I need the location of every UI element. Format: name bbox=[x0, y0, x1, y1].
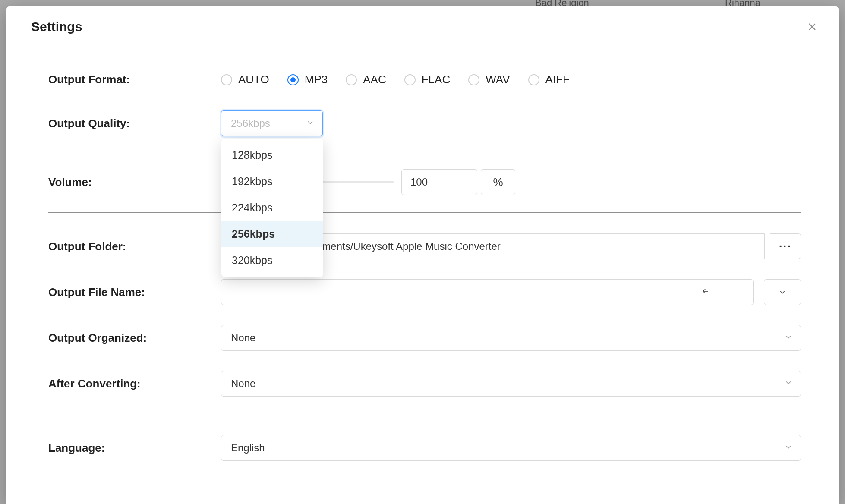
row-output-folder: Output Folder: cuments/Ukeysoft Apple Mu… bbox=[48, 233, 801, 259]
row-output-quality: Output Quality: 256kbps 128kbps 192kbps … bbox=[48, 110, 801, 136]
row-output-format: Output Format: AUTO MP3 AAC FLAC bbox=[48, 73, 801, 86]
settings-modal: Settings Output Format: AUTO MP3 AAC bbox=[6, 6, 839, 504]
radio-label: WAV bbox=[486, 73, 510, 86]
after-converting-controls: None bbox=[221, 371, 801, 397]
quality-option-256[interactable]: 256kbps bbox=[221, 221, 323, 247]
file-name-options-button[interactable] bbox=[764, 279, 801, 305]
label-language: Language: bbox=[48, 441, 221, 455]
radio-circle-icon bbox=[221, 74, 232, 85]
output-organized-controls: None bbox=[221, 325, 801, 351]
chevron-down-icon bbox=[778, 288, 787, 296]
volume-unit: % bbox=[481, 169, 515, 195]
quality-option-320[interactable]: 320kbps bbox=[221, 247, 323, 274]
row-output-organized: Output Organized: None bbox=[48, 325, 801, 351]
radio-circle-icon bbox=[346, 74, 357, 85]
output-format-radio-group: AUTO MP3 AAC FLAC WAV bbox=[221, 73, 801, 86]
label-after-converting: After Converting: bbox=[48, 377, 221, 391]
quality-option-128[interactable]: 128kbps bbox=[221, 142, 323, 168]
label-output-format: Output Format: bbox=[48, 73, 221, 86]
row-after-converting: After Converting: None bbox=[48, 371, 801, 397]
label-output-quality: Output Quality: bbox=[48, 117, 221, 130]
chevron-down-icon bbox=[306, 117, 315, 129]
radio-label: FLAC bbox=[422, 73, 450, 86]
modal-body: Output Format: AUTO MP3 AAC FLAC bbox=[6, 47, 839, 504]
radio-mp3[interactable]: MP3 bbox=[287, 73, 328, 86]
language-value: English bbox=[231, 442, 265, 454]
output-quality-select[interactable]: 256kbps 128kbps 192kbps 224kbps 256kbps … bbox=[221, 110, 323, 136]
radio-flac[interactable]: FLAC bbox=[404, 73, 450, 86]
output-quality-controls: 256kbps 128kbps 192kbps 224kbps 256kbps … bbox=[221, 110, 801, 136]
chevron-down-icon bbox=[784, 332, 793, 344]
row-language: Language: English bbox=[48, 435, 801, 461]
divider bbox=[48, 212, 801, 213]
radio-circle-icon bbox=[468, 74, 479, 85]
radio-circle-icon bbox=[528, 74, 539, 85]
radio-auto[interactable]: AUTO bbox=[221, 73, 269, 86]
after-converting-select[interactable]: None bbox=[221, 371, 801, 397]
modal-title: Settings bbox=[31, 19, 82, 34]
arrow-left-icon[interactable] bbox=[701, 286, 710, 298]
radio-label: AAC bbox=[363, 73, 386, 86]
language-controls: English bbox=[221, 435, 801, 461]
radio-dot-icon bbox=[290, 77, 296, 82]
label-volume: Volume: bbox=[48, 176, 221, 189]
row-output-file-name: Output File Name: bbox=[48, 279, 801, 305]
divider bbox=[48, 414, 801, 414]
language-select[interactable]: English bbox=[221, 435, 801, 461]
radio-wav[interactable]: WAV bbox=[468, 73, 510, 86]
output-quality-value: 256kbps bbox=[231, 117, 270, 129]
radio-circle-icon bbox=[287, 74, 299, 85]
quality-option-192[interactable]: 192kbps bbox=[221, 168, 323, 195]
close-button[interactable] bbox=[804, 19, 820, 35]
chevron-down-icon bbox=[784, 442, 793, 454]
label-output-organized: Output Organized: bbox=[48, 331, 221, 345]
row-volume: Volume: % bbox=[48, 169, 801, 195]
radio-label: MP3 bbox=[305, 73, 328, 86]
file-name-controls bbox=[221, 279, 801, 305]
output-organized-value: None bbox=[231, 332, 255, 344]
after-converting-value: None bbox=[231, 378, 255, 390]
radio-label: AIFF bbox=[545, 73, 570, 86]
file-name-input[interactable] bbox=[221, 279, 754, 305]
radio-aac[interactable]: AAC bbox=[346, 73, 386, 86]
modal-header: Settings bbox=[6, 6, 839, 47]
quality-option-224[interactable]: 224kbps bbox=[221, 195, 323, 221]
label-output-folder: Output Folder: bbox=[48, 240, 221, 253]
label-output-file-name: Output File Name: bbox=[48, 286, 221, 299]
output-quality-dropdown: 128kbps 192kbps 224kbps 256kbps 320kbps bbox=[221, 139, 323, 277]
close-icon bbox=[807, 22, 817, 32]
radio-label: AUTO bbox=[238, 73, 269, 86]
output-organized-select[interactable]: None bbox=[221, 325, 801, 351]
browse-folder-button[interactable]: ··· bbox=[770, 233, 801, 259]
radio-aiff[interactable]: AIFF bbox=[528, 73, 570, 86]
radio-circle-icon bbox=[404, 74, 416, 85]
volume-input[interactable] bbox=[401, 169, 477, 195]
chevron-down-icon bbox=[784, 378, 793, 390]
